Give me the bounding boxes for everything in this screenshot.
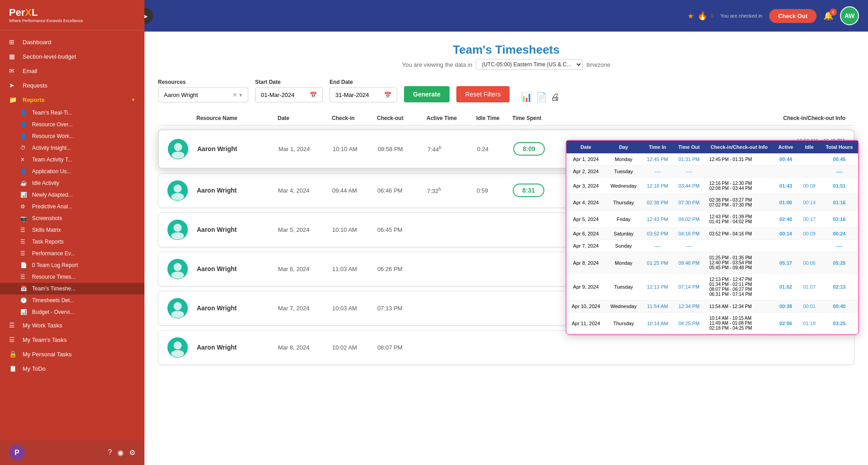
detail-cell-timeout: 01:31 PM	[673, 153, 705, 166]
detail-cell-day: Wednesday	[605, 300, 642, 313]
sidebar-item-resource-over[interactable]: 👤 Resource Over...	[0, 119, 144, 130]
row-active: 7:44h	[427, 145, 477, 153]
resources-input[interactable]: Aaron Wright ✕ ▾	[158, 87, 248, 102]
sidebar-item-team-log-report[interactable]: 📄 0 Team Log Report	[0, 259, 144, 271]
sidebar-item-timesheets-det[interactable]: 🕐 Timesheets Det...	[0, 295, 144, 306]
start-date-input[interactable]: 01-Mar-2024 📅	[255, 87, 323, 102]
detail-cell-active: 05:17	[773, 252, 798, 274]
sidebar-item-requests[interactable]: ➤ Requests	[0, 78, 144, 92]
sidebar-item-performance-ev[interactable]: ☰ Performance Ev...	[0, 248, 144, 259]
detail-cell-date: Apr 2, 2024	[566, 166, 605, 178]
row-checkin: 10:10 AM	[332, 226, 377, 233]
end-date-input[interactable]: 31-Mar-2024 📅	[330, 87, 397, 102]
checkinout-info-header: Check-in/Check-out Info	[783, 115, 845, 121]
table-header-row: Resource Name Date Check-in Check-out Ac…	[158, 111, 854, 126]
detail-cell-timein: ----	[642, 166, 673, 178]
settings-icon[interactable]: ⚙	[129, 448, 135, 457]
sidebar-item-task-reports[interactable]: ☰ Task Reports	[0, 236, 144, 248]
user-avatar-top[interactable]: AW	[840, 6, 859, 25]
bottom-icons: ? ◉ ⚙	[108, 448, 135, 457]
sidebar-item-my-teams-tasks[interactable]: ☰ My Team's Tasks	[0, 332, 144, 347]
detail-cell-idle: 00:09	[798, 228, 820, 240]
sidebar-item-label: My Work Tasks	[23, 322, 62, 329]
sidebar-item-teams-timeshe[interactable]: 📅 Team's Timeshe...	[0, 283, 144, 295]
timezone-select[interactable]: (UTC-05:00) Eastern Time (US & C...	[476, 59, 583, 70]
sidebar-item-resource-times[interactable]: ☰ Resource Times...	[0, 271, 144, 283]
generate-button[interactable]: Generate	[404, 86, 450, 102]
detail-cell-total: 00:24	[821, 228, 858, 240]
sidebar-item-resource-work[interactable]: 👤 Resource Work...	[0, 130, 144, 142]
svg-point-10	[174, 263, 182, 271]
sidebar-item-budget-overvi[interactable]: 📊 Budget - Overvi...	[0, 306, 144, 318]
detail-header-timein: Time In	[642, 141, 673, 153]
svg-point-11	[172, 272, 184, 279]
sidebar-item-reports[interactable]: 📁 Reports ▼	[0, 92, 144, 107]
sidebar-item-team-activity[interactable]: ✕ Team Activity T...	[0, 154, 144, 166]
detail-cell-total: 00:40	[821, 300, 858, 313]
notification-bell[interactable]: 🔔 0	[823, 11, 833, 21]
timezone-bar: You are viewing the data in (UTC-05:00) …	[158, 59, 854, 70]
row-checkin: 09:44 AM	[332, 187, 377, 194]
export-icons: 📊 📄 🖨	[521, 92, 560, 102]
detail-cell-info: 12:13 PM - 12:47 PM01:34 PM - 02:11 PM08…	[705, 274, 773, 300]
detail-cell-timeout: 12:34 PM	[673, 300, 705, 313]
sidebar-sub-label: Team's Timeshe...	[32, 285, 75, 292]
sidebar-sub-label: Resource Times...	[32, 274, 76, 280]
resource-name: Aaron Wright	[197, 304, 278, 312]
row-date: Mar 7, 2024	[278, 305, 332, 312]
detail-cell-timein: 12:45 PM	[642, 153, 673, 166]
sidebar-item-application-us[interactable]: 👤 Application Us...	[0, 166, 144, 177]
sidebar-item-my-personal-tasks[interactable]: 🔒 My Personal Tasks	[0, 347, 144, 361]
sidebar-item-skills-matrix[interactable]: ☰ Skills Matrix	[0, 224, 144, 236]
help-icon[interactable]: ?	[108, 448, 112, 457]
detail-cell-date: Apr 9, 2024	[566, 274, 605, 300]
sidebar-item-screenshots[interactable]: 📷 Screenshots	[0, 212, 144, 224]
sidebar-sub-label: Task Reports	[32, 239, 64, 245]
svg-point-2	[172, 152, 185, 159]
detail-cell-day: Saturday	[605, 228, 642, 240]
detail-cell-timeout: 07:14 PM	[673, 274, 705, 300]
sidebar-item-dashboard[interactable]: ⊞ Dashboard	[0, 35, 144, 49]
sidebar-item-budget[interactable]: ▦ Section-level-budget	[0, 49, 144, 64]
sidebar-item-my-todo[interactable]: 📋 My ToDo	[0, 361, 144, 376]
detail-cell-active: 01:02	[773, 274, 798, 300]
calendar-icon: 📅	[20, 285, 28, 292]
detail-cell-total: 02:13	[821, 274, 858, 300]
lock-icon: 🔒	[9, 350, 18, 358]
sidebar-item-my-work-tasks[interactable]: ☰ My Work Tasks	[0, 318, 144, 332]
resource-name: Aaron Wright	[197, 344, 278, 351]
sidebar-sub-label: Predictive Anal...	[32, 203, 72, 210]
reset-filters-button[interactable]: Reset Filters	[456, 86, 510, 102]
sidebar-sub-label: Resource Over...	[32, 121, 73, 128]
detail-cell-date: Apr 4, 2024	[566, 194, 605, 211]
detail-cell-timeout: ----	[673, 166, 705, 178]
excel-export-icon[interactable]: 📊	[521, 92, 532, 102]
detail-cell-active: 00:38	[773, 300, 798, 313]
sidebar-sub-label: Budget - Overvi...	[32, 309, 74, 315]
avatar	[167, 259, 188, 279]
chart-icon[interactable]: ◉	[117, 448, 124, 457]
row-checkout: 08:07 PM	[377, 344, 427, 351]
detail-cell-day: Thursday	[605, 194, 642, 211]
print-icon[interactable]: 🖨	[551, 92, 560, 102]
end-date-label: End Date	[330, 79, 397, 85]
page-title: Team's Timesheets	[158, 43, 854, 57]
sidebar-item-email[interactable]: ✉ Email	[0, 64, 144, 78]
list-icon: ☰	[20, 227, 28, 233]
top-icons-group: ★ 🔥 0	[687, 11, 714, 21]
sidebar-item-activity-insight[interactable]: ⏱ Activity Insight...	[0, 142, 144, 154]
svg-point-16	[174, 341, 182, 350]
table-row[interactable]: Aaron Wright Mar 8, 2024 10:02 AM 08:07 …	[158, 330, 854, 365]
sidebar-item-idle-activity[interactable]: ☕ Idle Activity	[0, 177, 144, 189]
sidebar-item-teams-real-ti[interactable]: 👤 Team's Real-Ti...	[0, 107, 144, 119]
resource-name: Aaron Wright	[197, 187, 278, 194]
avatar	[167, 220, 188, 240]
sidebar-item-newly-adapted[interactable]: 📊 Newly Adapted...	[0, 189, 144, 201]
detail-cell-timein: ----	[642, 240, 673, 252]
sidebar-bottom: P ? ◉ ⚙	[0, 440, 144, 465]
sidebar-item-predictive-anal[interactable]: ⚙ Predictive Anal...	[0, 201, 144, 212]
pdf-export-icon[interactable]: 📄	[536, 92, 547, 102]
detail-header-active: Active	[773, 141, 798, 153]
sidebar-sub-label: 0 Team Log Report	[32, 262, 78, 268]
checkout-button[interactable]: Check Out	[769, 9, 817, 23]
